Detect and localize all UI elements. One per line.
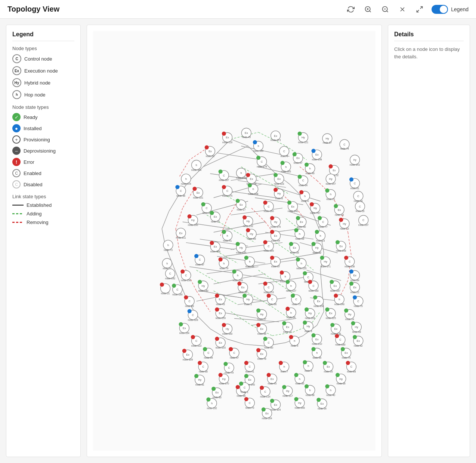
svg-point-580 — [244, 361, 248, 365]
svg-point-228 — [248, 183, 252, 187]
svg-text:Hy: Hy — [343, 222, 346, 226]
svg-text:h: h — [253, 187, 254, 191]
svg-text:node-79: node-79 — [225, 371, 234, 374]
svg-text:Ex: Ex — [333, 169, 336, 172]
close-button[interactable] — [397, 4, 408, 15]
svg-point-644 — [325, 384, 329, 389]
svg-text:node-14: node-14 — [345, 318, 354, 321]
node-group[interactable]: Ex node-83 C node-96 C node-114 Hy — [211, 384, 336, 399]
svg-text:node-41: node-41 — [245, 370, 254, 373]
svg-text:C: C — [169, 272, 171, 275]
svg-text:Ex: Ex — [219, 312, 222, 315]
svg-text:Ex: Ex — [274, 134, 277, 138]
svg-text:node-72: node-72 — [292, 303, 301, 306]
svg-text:C: C — [302, 179, 305, 182]
svg-text:node-118: node-118 — [222, 141, 233, 144]
svg-text:Ex: Ex — [274, 403, 277, 407]
svg-point-336 — [263, 240, 267, 244]
svg-text:node-7: node-7 — [281, 370, 288, 373]
zoom-in-button[interactable] — [363, 4, 373, 15]
svg-point-247 — [201, 202, 205, 206]
node-group[interactable]: C node-190 Hy node-180 Ex node-82 C — [172, 280, 359, 295]
svg-text:node-95: node-95 — [312, 356, 321, 359]
legend-toggle[interactable] — [432, 5, 448, 14]
svg-text:node-148: node-148 — [334, 303, 345, 306]
svg-text:node-94: node-94 — [204, 356, 213, 359]
svg-point-396 — [349, 270, 353, 274]
svg-point-150 — [253, 140, 257, 144]
svg-text:C: C — [202, 365, 204, 368]
svg-point-664 — [294, 397, 298, 401]
refresh-button[interactable] — [346, 4, 356, 15]
svg-line-31 — [197, 315, 210, 329]
node-group[interactable]: C node-128 Ex node-159 Hy node-27 h — [188, 307, 355, 321]
node-group[interactable]: C node-89 Ex node-43 Hy node-3 C — [184, 294, 363, 307]
svg-text:node-48: node-48 — [245, 265, 254, 268]
svg-text:node-42: node-42 — [312, 251, 321, 254]
svg-text:node-21: node-21 — [283, 331, 292, 333]
node-group[interactable]: C node-30 C node-79 C node-41 h — [198, 360, 356, 374]
svg-point-488 — [344, 309, 348, 313]
svg-point-428 — [349, 282, 353, 286]
svg-text:Hy: Hy — [313, 206, 317, 210]
svg-text:node-138: node-138 — [344, 265, 355, 268]
svg-text:C: C — [233, 351, 235, 355]
zoom-out-button[interactable] — [380, 4, 390, 15]
svg-point-552 — [203, 347, 207, 351]
disabled-label: Disabled — [24, 182, 43, 187]
node-group[interactable]: C node-113 Ex node-103 C node-80 h — [191, 333, 363, 349]
svg-text:h: h — [330, 193, 331, 196]
svg-point-356 — [219, 257, 223, 261]
node-group[interactable]: C node-87 h node-79 h node-48 Ex — [194, 254, 355, 270]
svg-text:h: h — [299, 377, 300, 381]
svg-text:node-157: node-157 — [326, 183, 336, 185]
svg-text:C: C — [322, 220, 324, 224]
page-title: Topology View — [7, 5, 59, 13]
svg-text:node-47: node-47 — [230, 356, 239, 359]
svg-point-480 — [305, 307, 309, 312]
topology-svg[interactable]: Ex node-118 Ex node-45 Ex node-073 Hy n — [93, 31, 375, 451]
svg-text:C: C — [264, 390, 266, 393]
svg-point-392 — [303, 271, 307, 275]
svg-text:node-54: node-54 — [318, 407, 327, 410]
fullscreen-button[interactable] — [414, 4, 425, 15]
svg-text:node-135: node-135 — [236, 251, 247, 254]
svg-text:h: h — [211, 402, 213, 405]
svg-text:C: C — [339, 338, 341, 341]
svg-point-240 — [325, 188, 329, 193]
svg-text:Ex: Ex — [219, 341, 222, 344]
svg-text:node-11: node-11 — [326, 198, 335, 200]
topology-canvas[interactable]: Ex node-118 Ex node-45 Ex node-073 Hy n — [93, 31, 375, 451]
installed-icon: ● — [12, 124, 21, 132]
deprovisioning-icon: – — [12, 147, 21, 155]
svg-line-34 — [245, 344, 265, 346]
svg-point-620 — [336, 373, 340, 377]
svg-text:node-74: node-74 — [340, 147, 349, 150]
svg-text:C: C — [362, 218, 365, 222]
node-group[interactable]: Ex node-109 C node-94 C node-47 Ex — [182, 347, 351, 361]
execution-node-icon: Ex — [12, 66, 21, 75]
svg-point-388 — [280, 270, 284, 275]
node-group[interactable]: Ex node-806 Hy node-135 C node-195 Ex — [210, 240, 346, 254]
svg-text:node-87: node-87 — [271, 265, 280, 268]
svg-line-12 — [231, 139, 248, 146]
svg-text:Hy: Hy — [308, 312, 312, 315]
topology-panel[interactable]: Ex node-118 Ex node-45 Ex node-073 Hy n — [87, 25, 382, 457]
svg-line-40 — [217, 153, 262, 160]
svg-text:node-104: node-104 — [262, 417, 272, 420]
svg-point-232 — [273, 188, 278, 192]
svg-point-608 — [244, 374, 248, 378]
svg-point-528 — [263, 337, 267, 341]
svg-point-360 — [244, 256, 248, 260]
svg-point-294 — [318, 216, 322, 220]
node-group[interactable]: Hy node-81 Hy node-170 Ex node-140 Ex — [194, 373, 346, 386]
svg-text:node-190: node-190 — [172, 293, 183, 296]
svg-text:h: h — [285, 165, 287, 169]
svg-text:Hy: Hy — [353, 159, 357, 162]
svg-text:Hy: Hy — [298, 401, 302, 405]
svg-text:node-80: node-80 — [264, 346, 273, 349]
svg-point-520 — [191, 335, 195, 339]
svg-text:h: h — [196, 163, 197, 167]
node-group[interactable]: Ex node-111 h node-41 Hy node-69 Ex — [176, 228, 325, 242]
svg-text:node-154: node-154 — [179, 332, 190, 334]
